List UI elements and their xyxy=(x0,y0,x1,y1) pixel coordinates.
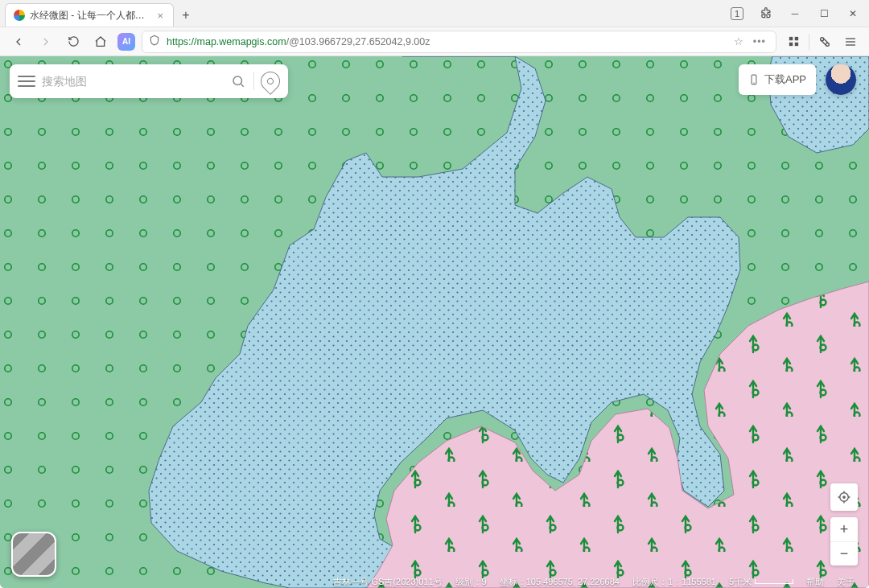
user-avatar[interactable] xyxy=(826,64,856,95)
browser-tab[interactable]: 水经微图 - 让每一个人都有自 × xyxy=(5,3,174,27)
zoom-controls: + − xyxy=(830,517,858,565)
download-app-label: 下载APP xyxy=(764,72,806,87)
site-info-icon[interactable] xyxy=(149,35,160,48)
map-viewport[interactable]: 下载APP + − 吉林一号 GS吉(2023)011号 级别：9 坐标：105… xyxy=(0,56,869,588)
basemap-thumbnail[interactable] xyxy=(11,532,56,577)
help-link[interactable]: 帮助 xyxy=(806,576,824,588)
window-close-button[interactable]: ✕ xyxy=(838,2,867,25)
ai-assistant-button[interactable]: AI xyxy=(117,33,135,51)
map-controls: + − xyxy=(830,483,858,565)
menu-hamburger-icon[interactable] xyxy=(18,72,35,90)
menu-icon[interactable] xyxy=(840,31,861,52)
url-text: https://map.wemapgis.com/@103.966729,27.… xyxy=(167,36,430,47)
phone-icon xyxy=(748,74,760,85)
window-maximize-button[interactable]: ☐ xyxy=(809,2,838,25)
apps-grid-icon[interactable] xyxy=(783,31,804,52)
svg-point-25 xyxy=(843,496,845,498)
new-tab-button[interactable]: + xyxy=(174,3,198,27)
svg-rect-2 xyxy=(789,43,792,46)
svg-line-21 xyxy=(241,84,243,86)
window-minimize-button[interactable]: ─ xyxy=(780,2,809,25)
reload-button[interactable] xyxy=(63,31,84,52)
zoom-out-button[interactable]: − xyxy=(830,541,858,565)
top-right-controls: 下载APP xyxy=(739,64,856,95)
more-actions-icon[interactable]: ••• xyxy=(750,36,769,47)
tab-title: 水经微图 - 让每一个人都有自 xyxy=(30,9,150,23)
bookmark-icon[interactable]: ☆ xyxy=(734,35,743,47)
tab-close-icon[interactable]: × xyxy=(155,10,165,22)
back-button[interactable] xyxy=(8,31,29,52)
search-icon[interactable] xyxy=(229,72,247,90)
svg-rect-1 xyxy=(794,37,797,40)
download-app-button[interactable]: 下载APP xyxy=(739,64,816,95)
tab-favicon xyxy=(14,10,25,21)
svg-point-20 xyxy=(233,76,242,85)
forward-button[interactable] xyxy=(35,31,56,52)
map-search-input[interactable] xyxy=(42,76,223,88)
svg-rect-0 xyxy=(789,37,792,40)
zoom-in-button[interactable]: + xyxy=(830,517,858,541)
about-link[interactable]: 关于 xyxy=(837,576,855,588)
window-titlebar: 水经微图 - 让每一个人都有自 × + 1 ─ ☐ ✕ xyxy=(0,0,869,27)
divider xyxy=(253,72,254,90)
home-button[interactable] xyxy=(90,31,111,52)
locate-button[interactable] xyxy=(830,483,858,511)
location-pin-icon[interactable] xyxy=(257,68,284,95)
address-bar[interactable]: https://map.wemapgis.com/@103.966729,27.… xyxy=(142,31,776,53)
map-canvas[interactable] xyxy=(0,56,869,588)
extensions-icon[interactable] xyxy=(752,2,780,25)
svg-rect-3 xyxy=(794,43,797,46)
browser-toolbar: AI https://map.wemapgis.com/@103.966729,… xyxy=(0,27,869,56)
map-search-panel xyxy=(10,64,288,98)
tab-count-badge[interactable]: 1 xyxy=(723,2,752,25)
screenshot-icon[interactable] xyxy=(814,31,835,52)
